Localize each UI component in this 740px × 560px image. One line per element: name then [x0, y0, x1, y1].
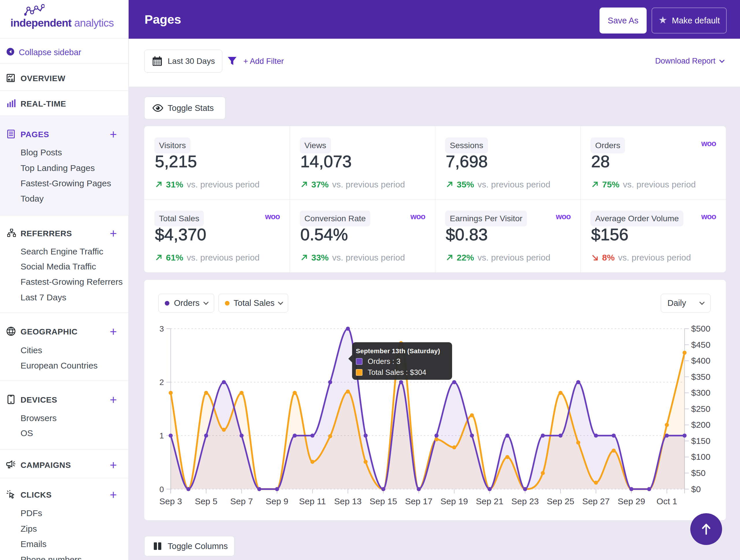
svg-text:$500: $500 — [691, 324, 711, 333]
svg-text:Sep 13: Sep 13 — [334, 496, 362, 506]
svg-text:$400: $400 — [691, 356, 711, 365]
svg-text:Sep 9: Sep 9 — [266, 496, 288, 506]
svg-text:$100: $100 — [691, 452, 711, 461]
svg-text:$350: $350 — [691, 372, 711, 381]
svg-text:Sep 21: Sep 21 — [476, 496, 503, 506]
svg-text:0: 0 — [159, 485, 164, 494]
svg-text:Sep 29: Sep 29 — [618, 496, 645, 506]
svg-text:Sep 3: Sep 3 — [159, 496, 182, 506]
svg-text:Sep 27: Sep 27 — [582, 496, 610, 506]
svg-text:Sep 23: Sep 23 — [512, 496, 539, 506]
svg-text:2: 2 — [159, 378, 164, 387]
svg-text:$150: $150 — [691, 436, 711, 446]
svg-text:Sep 15: Sep 15 — [370, 496, 397, 506]
svg-text:Sep 11: Sep 11 — [299, 496, 326, 506]
svg-text:Oct 1: Oct 1 — [656, 496, 677, 506]
svg-text:1: 1 — [159, 431, 164, 440]
svg-text:Sep 19: Sep 19 — [441, 496, 468, 506]
svg-text:Sep 17: Sep 17 — [405, 496, 433, 506]
svg-text:Sep 5: Sep 5 — [195, 496, 217, 506]
svg-text:Sep 25: Sep 25 — [547, 496, 574, 506]
svg-text:$50: $50 — [691, 468, 706, 478]
svg-text:$300: $300 — [691, 388, 711, 398]
svg-text:$0: $0 — [691, 484, 701, 494]
svg-text:$250: $250 — [691, 404, 711, 414]
svg-text:3: 3 — [159, 324, 164, 333]
svg-text:$450: $450 — [691, 340, 711, 349]
svg-text:Sep 7: Sep 7 — [230, 496, 253, 506]
svg-text:$200: $200 — [691, 420, 711, 430]
